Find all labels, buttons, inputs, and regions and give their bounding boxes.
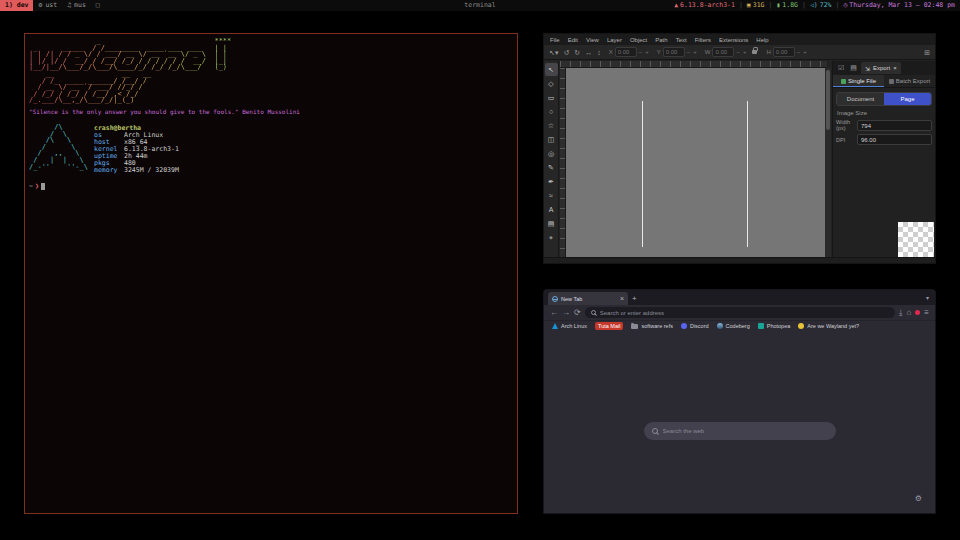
bookmark-are-we-wayland-yet[interactable]: Are we Wayland yet? [798, 323, 859, 329]
list-tabs-icon[interactable]: ▾ [926, 292, 931, 305]
arch-icon: ▲ [674, 0, 678, 11]
bookmark-tuta-mail[interactable]: Tuta Mail [595, 322, 623, 330]
objects-panel-icon[interactable]: ☑ [836, 64, 846, 72]
node-tool[interactable]: ◇ [545, 77, 558, 90]
selector-tool[interactable]: ↖ [545, 63, 558, 76]
menu-extensions[interactable]: Extensions [719, 37, 748, 43]
calligraphy-tool[interactable]: ≈ [545, 189, 558, 202]
y-plus-button[interactable]: + [692, 49, 698, 55]
tab-close-icon[interactable]: × [620, 295, 624, 302]
x-input[interactable]: 0.00 [615, 47, 637, 57]
flip-horizontal-icon[interactable]: ↔ [584, 47, 593, 58]
menu-icon[interactable]: ≡ [924, 308, 929, 317]
new-tab-page: ⚙ [544, 331, 935, 513]
photopea-favicon [758, 323, 764, 329]
snap-toggle-icon[interactable]: ⊞ [923, 47, 931, 58]
inkscape-window[interactable]: File Edit View Layer Object Path Text Fi… [543, 33, 936, 264]
gradient-tool[interactable]: ▤ [545, 217, 558, 230]
workspace-tag-dev[interactable]: 1) dev [0, 0, 33, 11]
export-panel-tab[interactable]: ⇲ Export × [861, 62, 901, 74]
clock-status: ◷Thursday, Mar 13 — 02:48 pm [843, 0, 955, 11]
y-input[interactable]: 0.00 [663, 47, 685, 57]
bookmark-software-refs[interactable]: software refs [631, 323, 672, 329]
tab-batch-export[interactable]: Batch Export [884, 75, 935, 87]
menu-text[interactable]: Text [676, 37, 687, 43]
export-mode-tabs: Single File Batch Export [833, 75, 935, 88]
tab-single-file[interactable]: Single File [833, 75, 884, 87]
personalize-gear-icon[interactable]: ⚙ [915, 494, 922, 503]
tab-bar: New Tab × + ▾ [544, 290, 935, 305]
y-minus-button[interactable]: − [686, 49, 692, 55]
x-minus-button[interactable]: − [638, 49, 644, 55]
text-tool[interactable]: A [545, 203, 558, 216]
star-tool[interactable]: ☆ [545, 119, 558, 132]
flip-vertical-icon[interactable]: ↕ [596, 47, 602, 58]
disk-status: ▣31G [747, 0, 765, 11]
menu-path[interactable]: Path [655, 37, 667, 43]
recording-indicator[interactable] [915, 310, 920, 315]
menu-help[interactable]: Help [756, 37, 768, 43]
x-plus-button[interactable]: + [644, 49, 650, 55]
new-tab-button[interactable]: + [632, 292, 637, 305]
url-input[interactable] [600, 310, 889, 316]
lock-ratio-icon[interactable] [752, 50, 757, 54]
width-input[interactable]: 794 [857, 120, 932, 131]
h-minus-button[interactable]: − [796, 49, 802, 55]
page-button[interactable]: Page [884, 93, 931, 105]
dropper-tool[interactable]: ⌖ [545, 231, 558, 244]
inkscape-statusbar [544, 257, 935, 263]
browser-window[interactable]: New Tab × + ▾ ← → ⟳ ⤓ ⌂ ≡ Arch Linux Tut… [543, 289, 936, 514]
menu-view[interactable]: View [586, 37, 599, 43]
canvas[interactable] [566, 68, 827, 257]
home-icon[interactable]: ⌂ [906, 308, 911, 317]
canvas-scrollbar[interactable] [825, 68, 831, 257]
menu-layer[interactable]: Layer [607, 37, 622, 43]
w-input[interactable]: 0.00 [712, 47, 734, 57]
workspace-tag-ust[interactable]: ⚙ust [33, 0, 62, 11]
back-icon[interactable]: ← [550, 308, 558, 317]
box-tool[interactable]: ◫ [545, 133, 558, 146]
dpi-input[interactable]: 96.00 [857, 134, 932, 145]
w-plus-button[interactable]: + [742, 49, 748, 55]
toolbox: ↖ ◇ ▭ ○ ☆ ◫ ◎ ✎ ✒ ≈ A ▤ ⌖ [544, 61, 559, 257]
h-plus-button[interactable]: + [802, 49, 808, 55]
workspace-tag-mus[interactable]: ♫mus [62, 0, 91, 11]
tab-new-tab[interactable]: New Tab × [548, 292, 628, 305]
menu-file[interactable]: File [550, 37, 560, 43]
ellipse-tool[interactable]: ○ [545, 105, 558, 118]
workspace-tag-scratch[interactable]: □ [91, 0, 105, 11]
square-icon: □ [96, 0, 100, 11]
rotate-ccw-icon[interactable]: ↺ [562, 47, 570, 58]
rotate-cw-icon[interactable]: ↻ [573, 47, 581, 58]
pen-tool[interactable]: ✒ [545, 175, 558, 188]
web-search-box[interactable] [644, 422, 836, 440]
h-input[interactable]: 0.00 [773, 47, 795, 57]
menu-object[interactable]: Object [630, 37, 647, 43]
document-button[interactable]: Document [837, 93, 884, 105]
pencil-tool[interactable]: ✎ [545, 161, 558, 174]
reload-icon[interactable]: ⟳ [574, 308, 581, 317]
selection-mode-icon[interactable]: ↖▾ [548, 47, 559, 58]
menu-filters[interactable]: Filters [695, 37, 711, 43]
menu-edit[interactable]: Edit [568, 37, 578, 43]
bookmark-photopea[interactable]: Photopea [758, 323, 791, 329]
export-scope-buttons: Document Page [836, 92, 932, 106]
bookmark-arch-linux[interactable]: Arch Linux [552, 323, 587, 329]
rectangle-tool[interactable]: ▭ [545, 91, 558, 104]
web-search-input[interactable] [663, 428, 828, 434]
bookmark-codeberg[interactable]: Codeberg [717, 323, 750, 329]
close-icon[interactable]: × [893, 65, 897, 71]
bookmark-discord[interactable]: Discord [681, 323, 709, 329]
spiral-tool[interactable]: ◎ [545, 147, 558, 160]
w-minus-button[interactable]: − [735, 49, 741, 55]
url-bar[interactable] [585, 307, 895, 318]
scrollbar-thumb[interactable] [826, 70, 830, 130]
bookmarks-bar: Arch Linux Tuta Mail software refs Disco… [544, 321, 935, 331]
layers-panel-icon[interactable]: ▤ [848, 64, 859, 72]
separator: | [835, 0, 839, 11]
download-icon[interactable]: ⤓ [899, 308, 903, 318]
globe-icon [552, 296, 558, 302]
shell-prompt[interactable]: ~❯ [29, 182, 513, 190]
terminal-window[interactable]: _ **** _ _____ / /________ ____ ___ ___ … [24, 33, 518, 514]
forward-icon[interactable]: → [562, 308, 570, 317]
